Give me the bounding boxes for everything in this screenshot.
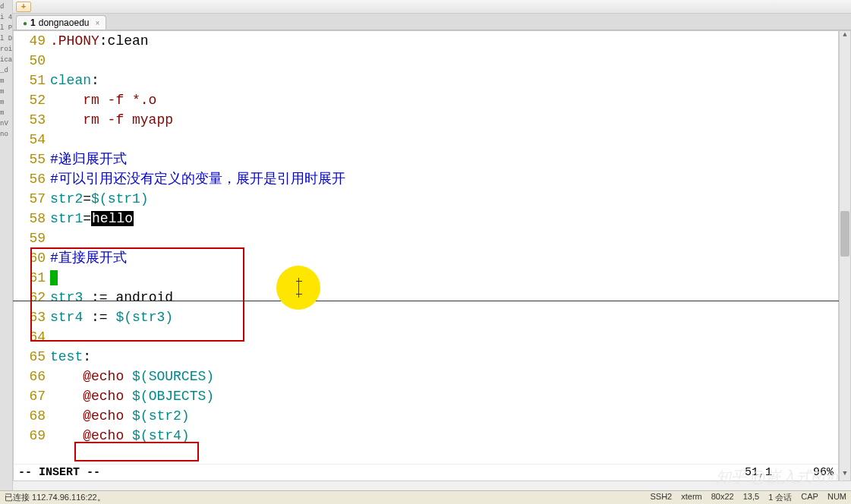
code-line[interactable]: @echo $(OBJECTS) xyxy=(50,386,838,406)
code-line[interactable]: @echo $(str2) xyxy=(50,406,838,426)
terminal-size: 80x22 xyxy=(711,492,734,503)
code-token: = xyxy=(83,211,91,226)
code-token: #递归展开式 xyxy=(50,152,127,167)
code-token: str4 xyxy=(50,310,83,325)
session-count: 1 会话 xyxy=(768,492,792,503)
status-bar: 已连接 112.74.96.116:22。 SSH2 xterm 80x22 1… xyxy=(0,490,851,504)
code-line[interactable] xyxy=(50,228,838,248)
sidebar-fragment: d xyxy=(0,3,12,11)
line-number: 49 xyxy=(14,31,46,51)
code-token: #可以引用还没有定义的变量，展开是引用时展开 xyxy=(50,172,345,187)
code-line[interactable]: str4 := $(str3) xyxy=(50,307,838,327)
code-token: $(str2) xyxy=(132,408,190,424)
line-number: 65 xyxy=(14,347,46,367)
line-number: 51 xyxy=(14,71,46,90)
add-tab-button[interactable]: + xyxy=(16,2,31,12)
code-line[interactable] xyxy=(50,268,838,288)
line-number: 63 xyxy=(14,307,46,327)
num-indicator: NUM xyxy=(827,492,846,503)
line-number: 60 xyxy=(14,248,46,268)
code-line[interactable]: .PHONY:clean xyxy=(50,31,838,51)
cursor-position: 51,1 xyxy=(745,466,772,479)
code-line[interactable] xyxy=(50,327,838,347)
code-token: $(SOURCES) xyxy=(132,369,214,384)
code-token: $(str1) xyxy=(91,191,149,206)
tab-dongnaoedu[interactable]: ● 1 dongnaoedu × xyxy=(16,15,106,30)
line-number: 61 xyxy=(14,268,46,288)
scroll-down-arrow[interactable]: ▼ xyxy=(840,470,850,480)
code-token: : xyxy=(83,349,91,364)
code-token: $(str4) xyxy=(132,428,190,443)
sidebar-fragment: no xyxy=(0,131,12,138)
line-number: 69 xyxy=(14,426,46,446)
sidebar-fragment: _d xyxy=(0,67,12,74)
code-line[interactable]: rm -f *.o xyxy=(50,90,838,110)
line-number: 62 xyxy=(14,288,46,307)
code-line[interactable]: test: xyxy=(50,347,838,367)
code-line[interactable]: str2=$(str1) xyxy=(50,189,838,209)
toolbar: + xyxy=(13,0,851,14)
line-number: 59 xyxy=(14,228,46,248)
code-token: @echo xyxy=(50,369,132,384)
code-token: rm -f myapp xyxy=(50,112,173,128)
code-line[interactable]: @echo $(SOURCES) xyxy=(50,367,838,386)
sidebar-fragment: l P xyxy=(0,24,12,32)
code-token: := xyxy=(83,310,115,325)
code-line[interactable]: #可以引用还没有定义的变量，展开是引用时展开 xyxy=(50,169,838,189)
line-number: 52 xyxy=(14,90,46,110)
insert-cursor xyxy=(50,270,58,285)
connection-status: 已连接 112.74.96.116:22。 xyxy=(5,492,106,503)
terminal-type: xterm xyxy=(681,492,702,503)
horizontal-rule xyxy=(13,301,839,301)
editor-area[interactable]: 4950515253545556575859606162636465666768… xyxy=(13,30,839,481)
tab-status-dot: ● xyxy=(23,19,27,27)
scroll-up-arrow[interactable]: ▲ xyxy=(840,31,850,42)
scroll-percent: 96% xyxy=(813,466,834,479)
vim-mode: -- INSERT -- xyxy=(18,466,100,479)
code-line[interactable]: str1=hello xyxy=(50,209,838,228)
vertical-scrollbar[interactable]: ▲ ▼ xyxy=(839,30,851,481)
tab-close-icon[interactable]: × xyxy=(95,19,99,27)
code-token: := android xyxy=(83,290,173,305)
code-token: str1 xyxy=(50,211,83,226)
sidebar-fragment: l D xyxy=(0,35,12,43)
protocol: SSH2 xyxy=(650,492,672,503)
vim-status-line: -- INSERT -- 51,1 96% xyxy=(14,464,838,480)
code-line[interactable] xyxy=(50,130,838,150)
line-number: 64 xyxy=(14,327,46,347)
line-number: 56 xyxy=(14,169,46,189)
code-token: str2 xyxy=(50,191,83,206)
tab-bar: ● 1 dongnaoedu × xyxy=(13,14,851,30)
sidebar-fragment: m xyxy=(0,99,12,106)
code-line[interactable] xyxy=(50,51,838,71)
code-token: : xyxy=(91,73,99,88)
line-number: 50 xyxy=(14,51,46,71)
sidebar-fragment: nV xyxy=(0,120,12,128)
code-token: clean xyxy=(50,73,91,88)
caps-indicator: CAP xyxy=(801,492,818,503)
line-number: 54 xyxy=(14,130,46,150)
code-token: $(OBJECTS) xyxy=(132,389,214,404)
code-line[interactable]: #递归展开式 xyxy=(50,150,838,169)
code-token: @echo xyxy=(50,389,132,404)
line-number: 68 xyxy=(14,406,46,426)
code-token: :clean xyxy=(99,33,149,49)
code-token: @echo xyxy=(50,428,132,443)
code-token: $(str3) xyxy=(115,310,173,325)
left-panel: di 4l Pl Droiica_dmmmmnVno xyxy=(0,0,13,504)
line-number: 67 xyxy=(14,386,46,406)
code-line[interactable]: str3 := android xyxy=(50,288,838,307)
sidebar-fragment: ica xyxy=(0,56,12,64)
code-content[interactable]: .PHONY:cleanclean: rm -f *.o rm -f myapp… xyxy=(50,31,838,464)
code-line[interactable]: @echo $(str4) xyxy=(50,426,838,446)
code-token: test xyxy=(50,349,83,364)
code-line[interactable]: clean: xyxy=(50,71,838,90)
scroll-thumb[interactable] xyxy=(840,211,849,257)
line-number: 55 xyxy=(14,150,46,169)
line-number-gutter: 4950515253545556575859606162636465666768… xyxy=(14,31,50,464)
code-line[interactable]: #直接展开式 xyxy=(50,248,838,268)
sidebar-fragment: m xyxy=(0,88,12,96)
tab-index: 1 xyxy=(30,17,36,28)
code-line[interactable]: rm -f myapp xyxy=(50,110,838,130)
code-token: = xyxy=(83,191,91,206)
